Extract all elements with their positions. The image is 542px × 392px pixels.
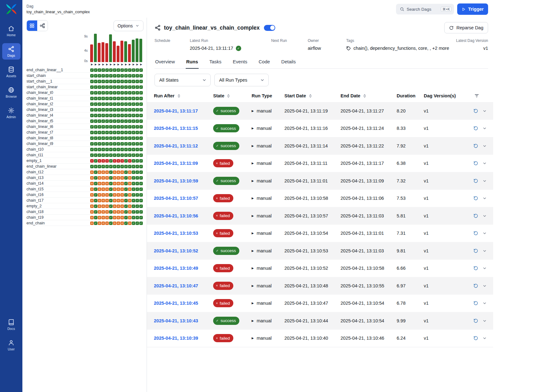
run-duration-bar[interactable] <box>132 40 135 62</box>
task-instance-success[interactable]: ✓ <box>105 114 109 117</box>
task-instance-failed[interactable]: × <box>102 159 105 163</box>
task-instance-upstream-failed[interactable] <box>102 193 105 197</box>
task-instance-upstream-failed[interactable] <box>117 216 120 219</box>
task-instance-success[interactable]: ✓ <box>105 136 109 140</box>
task-instance-success[interactable]: ✓ <box>136 119 139 123</box>
row-menu-button[interactable] <box>482 301 487 305</box>
task-instance-upstream-failed[interactable] <box>117 176 120 180</box>
task-instance-success[interactable]: ✓ <box>136 182 139 185</box>
task-instance-upstream-failed[interactable] <box>105 205 109 208</box>
task-instance-upstream-failed[interactable] <box>102 176 105 180</box>
task-instance-success[interactable]: ✓ <box>94 125 97 129</box>
task-instance-success[interactable]: ✓ <box>117 125 120 129</box>
task-instance-success[interactable]: ✓ <box>105 74 109 78</box>
task-instance-upstream-failed[interactable] <box>113 222 116 225</box>
row-menu-button[interactable] <box>482 319 487 323</box>
task-instance-upstream-failed[interactable] <box>117 205 120 208</box>
run-duration-bar[interactable] <box>102 42 104 62</box>
task-instance-success[interactable]: ✓ <box>120 136 124 140</box>
task-instance-success[interactable]: ✓ <box>117 131 120 134</box>
run-after-link[interactable]: 2025-04-21, 13:11:09 <box>154 161 198 166</box>
task-instance-success[interactable]: ✓ <box>132 125 135 129</box>
task-instance-success[interactable]: ✓ <box>113 136 116 140</box>
task-instance-success[interactable]: ✓ <box>128 148 131 151</box>
task-instance-upstream-failed[interactable] <box>90 193 94 197</box>
task-instance-success[interactable]: ✓ <box>124 153 128 157</box>
task-instance-success[interactable]: ✓ <box>102 114 105 117</box>
run-after-link[interactable]: 2025-04-21, 13:10:45 <box>154 301 198 306</box>
task-instance-success[interactable]: ✓ <box>98 125 101 129</box>
task-instance-success[interactable]: ✓ <box>128 131 131 134</box>
task-instance-success[interactable]: ✓ <box>94 136 97 140</box>
clear-run-button[interactable] <box>473 318 478 323</box>
task-instance-success[interactable]: ✓ <box>139 114 143 117</box>
sort-icon[interactable] <box>363 94 367 98</box>
task-instance-success[interactable]: ✓ <box>102 68 105 72</box>
sort-icon[interactable] <box>226 94 230 98</box>
task-instance-success[interactable]: ✓ <box>139 193 143 197</box>
run-after-link[interactable]: 2025-04-21, 13:10:59 <box>154 178 198 183</box>
task-name[interactable]: end_chain_linear <box>26 164 90 169</box>
task-instance-success[interactable]: ✓ <box>113 131 116 134</box>
task-instance-upstream-failed[interactable] <box>117 210 120 214</box>
task-instance-success[interactable]: ✓ <box>94 97 97 100</box>
task-instance-success[interactable]: ✓ <box>113 91 116 95</box>
task-instance-success[interactable]: ✓ <box>120 108 124 112</box>
sort-icon[interactable] <box>308 94 312 98</box>
task-instance-success[interactable]: ✓ <box>113 142 116 146</box>
task-instance-success[interactable]: ✓ <box>105 125 109 129</box>
run-duration-bar[interactable] <box>128 44 131 62</box>
task-name[interactable]: chain_linear_t9 <box>26 141 90 147</box>
task-instance-success[interactable]: ✓ <box>139 125 143 129</box>
task-instance-success[interactable]: ✓ <box>94 193 97 197</box>
clear-run-button[interactable] <box>473 301 478 306</box>
task-instance-success[interactable]: ✓ <box>139 210 143 214</box>
task-instance-success[interactable]: ✓ <box>124 131 128 134</box>
column-header-run-after[interactable]: Run After <box>154 93 213 98</box>
task-instance-success[interactable]: ✓ <box>117 80 120 83</box>
sidebar-item-assets[interactable]: Assets <box>2 64 20 80</box>
task-instance-success[interactable]: ✓ <box>124 91 128 95</box>
task-instance-success[interactable]: ✓ <box>113 68 116 72</box>
run-duration-bar[interactable] <box>139 39 142 62</box>
task-instance-success[interactable]: ✓ <box>98 114 101 117</box>
task-instance-success[interactable]: ✓ <box>113 165 116 168</box>
clear-run-button[interactable] <box>473 336 478 341</box>
task-instance-success[interactable]: ✓ <box>128 85 131 89</box>
task-instance-upstream-failed[interactable] <box>128 193 131 197</box>
task-instance-success[interactable]: ✓ <box>94 159 97 163</box>
task-instance-success[interactable]: ✓ <box>124 176 128 180</box>
task-instance-success[interactable]: ✓ <box>139 153 143 157</box>
task-instance-success[interactable]: ✓ <box>128 119 131 123</box>
task-instance-success[interactable]: ✓ <box>113 119 116 123</box>
task-instance-success[interactable]: ✓ <box>120 148 124 151</box>
task-instance-success[interactable]: ✓ <box>124 125 128 129</box>
clear-run-button[interactable] <box>473 231 478 236</box>
task-instance-success[interactable]: ✓ <box>117 136 120 140</box>
column-header-start-date[interactable]: Start Date <box>284 93 341 98</box>
task-instance-success[interactable]: ✓ <box>139 199 143 202</box>
task-instance-success[interactable]: ✓ <box>102 125 105 129</box>
run-after-link[interactable]: 2025-04-21, 13:10:53 <box>154 231 198 236</box>
task-instance-upstream-failed[interactable] <box>120 199 124 202</box>
task-instance-success[interactable]: ✓ <box>124 222 128 225</box>
task-instance-success[interactable]: ✓ <box>136 187 139 191</box>
task-instance-success[interactable]: ✓ <box>117 97 120 100</box>
task-instance-success[interactable]: ✓ <box>120 102 124 106</box>
task-instance-success[interactable]: ✓ <box>128 165 131 168</box>
clear-run-button[interactable] <box>473 248 478 253</box>
task-instance-success[interactable]: ✓ <box>94 142 97 146</box>
task-name[interactable]: start_chain_linear <box>26 84 90 90</box>
task-instance-success[interactable]: ✓ <box>139 119 143 123</box>
airflow-logo[interactable] <box>5 3 17 16</box>
task-instance-success[interactable]: ✓ <box>132 148 135 151</box>
task-instance-success[interactable]: ✓ <box>98 91 101 95</box>
row-menu-button[interactable] <box>482 196 487 200</box>
task-instance-success[interactable]: ✓ <box>132 74 135 78</box>
trigger-dag-button[interactable]: Trigger <box>457 3 488 15</box>
task-instance-success[interactable]: ✓ <box>90 97 94 100</box>
task-instance-success[interactable]: ✓ <box>105 68 109 72</box>
task-name[interactable]: chain_t10 <box>26 147 90 152</box>
task-instance-success[interactable]: ✓ <box>109 199 113 202</box>
task-instance-success[interactable]: ✓ <box>139 68 143 72</box>
